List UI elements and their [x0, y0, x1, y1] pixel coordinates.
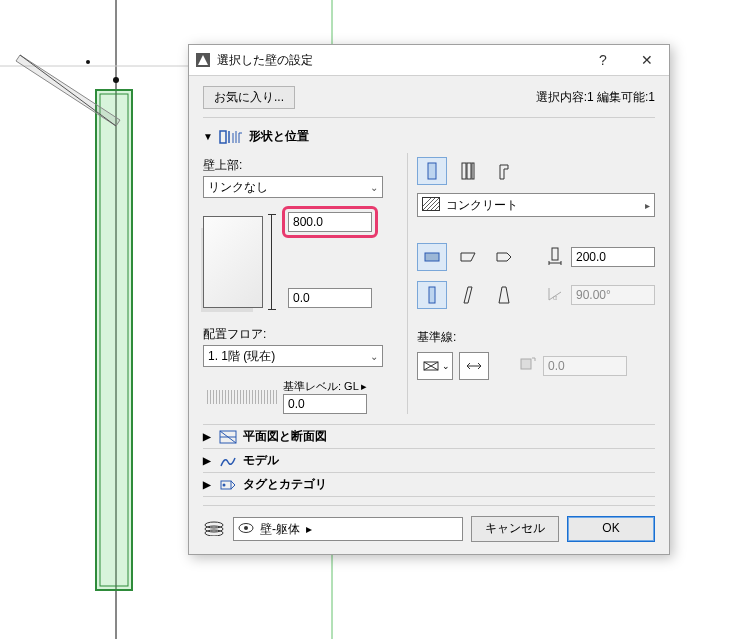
material-select[interactable]: コンクリート ▸ [417, 193, 655, 217]
base-level-label: 基準レベル: GL ▸ [283, 379, 367, 394]
disclosure-right-icon: ▶ [203, 479, 213, 490]
wall-top-label: 壁上部: [203, 157, 399, 174]
eye-icon [238, 522, 254, 537]
thickness-icon [545, 246, 565, 269]
dimension-rail-icon [271, 214, 278, 310]
svg-rect-19 [425, 253, 439, 261]
ref-line-position-select[interactable]: ⌄ [417, 352, 453, 380]
angle-input [571, 285, 655, 305]
base-level-thumb-icon [207, 390, 277, 404]
svg-marker-27 [464, 287, 472, 303]
wall-top-link-select[interactable]: リンクなし ⌄ [203, 176, 383, 198]
layer-select[interactable]: 壁-躯体 ▸ [233, 517, 463, 541]
profile-double-slant-icon[interactable] [489, 281, 519, 309]
svg-line-41 [231, 481, 235, 485]
titlebar: 選択した壁の設定 ? ✕ [189, 45, 669, 76]
ref-line-label: 基準線: [417, 329, 655, 346]
window-title: 選択した壁の設定 [217, 52, 581, 69]
structure-composite-icon[interactable] [453, 157, 483, 185]
wall-bottom-offset-input[interactable] [288, 288, 372, 308]
structure-profile-icon[interactable] [489, 157, 519, 185]
svg-line-42 [231, 485, 235, 489]
section-shape-position[interactable]: ▼ 形状と位置 [203, 126, 655, 147]
svg-point-45 [205, 530, 223, 536]
disclosure-right-icon: ▶ [203, 455, 213, 466]
svg-rect-26 [429, 287, 435, 303]
ref-line-flip-button[interactable] [459, 352, 489, 380]
section-tag-category[interactable]: ▶ タグとカテゴリ [203, 472, 655, 497]
svg-point-7 [113, 77, 119, 83]
plan-section-icon [219, 430, 237, 444]
wall-end-arrow-icon[interactable] [489, 243, 519, 271]
tag-icon [219, 478, 237, 492]
svg-text:α: α [553, 294, 557, 301]
svg-point-8 [86, 60, 90, 64]
wall-top-link-value: リンクなし [208, 179, 268, 196]
profile-straight-icon[interactable] [417, 281, 447, 309]
svg-point-40 [223, 483, 226, 486]
disclosure-right-icon: ▶ [203, 431, 213, 442]
svg-marker-20 [461, 253, 475, 261]
thickness-input[interactable] [571, 247, 655, 267]
chevron-right-icon: ▸ [306, 522, 312, 536]
structure-method-group [417, 157, 655, 185]
wall-profile-icon [219, 129, 243, 145]
svg-point-47 [244, 526, 248, 530]
base-level-offset-input[interactable] [283, 394, 367, 414]
selection-info: 選択内容:1 編集可能:1 [536, 89, 655, 106]
disclosure-down-icon: ▼ [203, 131, 213, 142]
app-icon [195, 52, 211, 68]
ref-line-offset-icon [517, 355, 537, 378]
svg-rect-33 [521, 359, 531, 369]
wall-end-slant-icon[interactable] [453, 243, 483, 271]
svg-rect-10 [220, 131, 226, 143]
svg-marker-28 [499, 287, 509, 303]
hatch-icon [422, 197, 440, 214]
svg-marker-21 [497, 253, 511, 261]
wall-height-input[interactable] [288, 212, 372, 232]
section-plan-section[interactable]: ▶ 平面図と断面図 [203, 424, 655, 448]
svg-rect-15 [462, 163, 466, 179]
chevron-right-icon: ▸ [645, 200, 650, 211]
material-value: コンクリート [446, 197, 518, 214]
svg-rect-3 [96, 90, 132, 590]
svg-rect-16 [467, 163, 471, 179]
section-model[interactable]: ▶ モデル [203, 448, 655, 472]
home-floor-label: 配置フロア: [203, 326, 399, 343]
model-icon [219, 454, 237, 468]
profile-slanted-icon[interactable] [453, 281, 483, 309]
layer-icon [203, 520, 225, 539]
ok-button[interactable]: OK [567, 516, 655, 542]
ref-line-offset-input [543, 356, 627, 376]
svg-rect-22 [552, 248, 558, 260]
svg-rect-17 [472, 163, 474, 179]
structure-basic-icon[interactable] [417, 157, 447, 185]
chevron-down-icon: ⌄ [370, 182, 378, 193]
layer-value: 壁-躯体 [260, 521, 300, 538]
section-title: 形状と位置 [249, 128, 309, 145]
home-floor-select[interactable]: 1. 1階 (現在) ⌄ [203, 345, 383, 367]
angle-icon: α [545, 284, 565, 307]
svg-rect-14 [428, 163, 436, 179]
cancel-button[interactable]: キャンセル [471, 516, 559, 542]
help-button[interactable]: ? [581, 45, 625, 75]
wall-height-preview [203, 216, 263, 308]
chevron-right-icon[interactable]: ▸ [361, 380, 367, 392]
wall-end-flat-icon[interactable] [417, 243, 447, 271]
wall-settings-dialog: 選択した壁の設定 ? ✕ お気に入り... 選択内容:1 編集可能:1 ▼ [188, 44, 670, 555]
close-button[interactable]: ✕ [625, 45, 669, 75]
chevron-down-icon: ⌄ [370, 351, 378, 362]
home-floor-value: 1. 1階 (現在) [208, 348, 275, 365]
favorites-button[interactable]: お気に入り... [203, 86, 295, 109]
